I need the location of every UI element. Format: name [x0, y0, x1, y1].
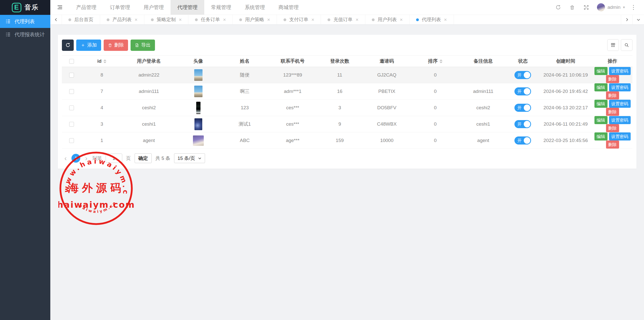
col-label: 操作 — [608, 58, 617, 64]
chevron-down-icon — [636, 18, 640, 22]
sidebar-item-agent-list[interactable]: 代理列表 — [0, 15, 50, 28]
row-delete-button[interactable]: 删除 — [606, 124, 619, 132]
page-number-button[interactable]: 1 — [71, 154, 80, 163]
edit-button[interactable]: 编辑 — [594, 100, 608, 108]
status-label: 开 — [517, 121, 521, 127]
refresh-table-button[interactable] — [62, 40, 74, 51]
edit-button[interactable]: 编辑 — [594, 83, 608, 91]
user-menu[interactable]: admin ▾ — [597, 3, 625, 11]
refresh-button[interactable] — [551, 0, 565, 15]
brand-logo[interactable]: E 音乐 — [0, 0, 50, 15]
delete-button[interactable]: 删除 — [104, 40, 128, 51]
tab-product-list[interactable]: 产品列表 × — [100, 15, 144, 24]
tab-strategy-custom[interactable]: 策略定制 × — [144, 15, 189, 24]
row-delete-button[interactable]: 删除 — [606, 108, 619, 116]
more-menu-button[interactable]: ⋮ — [628, 4, 638, 11]
row-delete-button[interactable]: 删除 — [606, 75, 619, 83]
status-toggle[interactable]: 开 — [514, 71, 531, 79]
table-row: 1 agent ABC age*** 159 10000 0 agent 开 2… — [62, 132, 632, 149]
col-created: 创建时间 — [539, 56, 592, 67]
edit-button[interactable]: 编辑 — [594, 132, 608, 140]
avatar — [597, 3, 605, 11]
set-password-button[interactable]: 设置密码 — [609, 116, 631, 124]
tab-recharge-orders[interactable]: 充值订单 × — [321, 15, 365, 24]
avatar-image[interactable] — [193, 135, 204, 146]
trash-button[interactable] — [565, 0, 579, 15]
avatar-image[interactable] — [194, 69, 203, 81]
close-icon[interactable]: × — [135, 17, 138, 22]
nav-product-management[interactable]: 产品管理 — [69, 0, 103, 15]
goto-confirm-button[interactable]: 确定 — [135, 153, 152, 163]
col-id[interactable]: id — [81, 56, 122, 67]
avatar-image[interactable] — [196, 102, 200, 114]
cell-remark: ceshi2 — [460, 100, 507, 116]
tab-dot — [284, 18, 286, 21]
nav-general-management[interactable]: 常规管理 — [204, 0, 238, 15]
row-checkbox[interactable] — [69, 105, 74, 110]
row-delete-button[interactable]: 删除 — [606, 140, 619, 149]
edit-button[interactable]: 编辑 — [594, 116, 608, 124]
tab-home[interactable]: 后台首页 — [62, 15, 100, 24]
close-icon[interactable]: × — [400, 17, 403, 22]
page-size-select[interactable]: 15 条/页 — [174, 153, 205, 163]
close-icon[interactable]: × — [355, 17, 358, 22]
tabs-dropdown-button[interactable] — [632, 15, 644, 24]
main-area: 后台首页 产品列表 × 策略定制 × 任务订单 × 用户策略 × — [50, 15, 644, 320]
set-password-button[interactable]: 设置密码 — [609, 83, 631, 91]
status-toggle[interactable]: 开 — [514, 120, 531, 128]
cell-remark: admin111 — [460, 83, 507, 100]
cell-created: 2024-06-13 20:22:17 — [539, 100, 592, 116]
status-toggle[interactable]: 开 — [514, 136, 531, 145]
tab-agent-list[interactable]: 代理列表 × — [410, 15, 454, 24]
sidebar-toggle-button[interactable] — [50, 0, 69, 15]
table-toolbar: ＋添加 删除 导出 — [62, 39, 632, 51]
fullscreen-button[interactable] — [579, 0, 593, 15]
avatar-image[interactable] — [194, 118, 202, 130]
search-button[interactable] — [621, 39, 632, 51]
nav-mall-management[interactable]: 商城管理 — [272, 0, 305, 15]
set-password-button[interactable]: 设置密码 — [609, 132, 631, 140]
row-delete-button[interactable]: 删除 — [606, 91, 619, 99]
table-header-row: id 用户登录名 头像 姓名 联系手机号 登录次数 邀请码 排序 备注信息 状态… — [62, 56, 632, 67]
prev-page-button[interactable]: ‹ — [63, 155, 68, 162]
close-icon[interactable]: × — [267, 17, 270, 22]
edit-button[interactable]: 编辑 — [594, 67, 608, 75]
status-toggle[interactable]: 开 — [514, 87, 531, 95]
avatar-image[interactable] — [194, 86, 203, 97]
row-checkbox[interactable] — [69, 122, 74, 127]
tabs-scroll-left-button[interactable] — [50, 15, 62, 24]
nav-order-management[interactable]: 订单管理 — [103, 0, 137, 15]
select-all-checkbox[interactable] — [69, 59, 74, 64]
close-icon[interactable]: × — [311, 17, 314, 22]
export-button[interactable]: 导出 — [131, 40, 155, 51]
tab-user-strategy[interactable]: 用户策略 × — [233, 15, 277, 24]
nav-agent-management[interactable]: 代理管理 — [171, 0, 204, 15]
nav-system-management[interactable]: 系统管理 — [238, 0, 272, 15]
status-toggle[interactable]: 开 — [514, 104, 531, 112]
row-checkbox[interactable] — [69, 138, 74, 143]
sidebar-item-agent-report[interactable]: 代理报表统计 — [0, 28, 50, 41]
row-checkbox[interactable] — [69, 73, 74, 78]
close-icon[interactable]: × — [444, 17, 447, 22]
row-checkbox[interactable] — [69, 89, 74, 94]
toggle-columns-button[interactable] — [607, 39, 619, 51]
set-password-button[interactable]: 设置密码 — [609, 67, 631, 75]
trash-icon — [570, 5, 575, 10]
close-icon[interactable]: × — [179, 17, 182, 22]
close-icon[interactable]: × — [223, 17, 226, 22]
trash-icon — [108, 43, 112, 47]
tab-task-orders[interactable]: 任务订单 × — [188, 15, 233, 24]
set-password-button[interactable]: 设置密码 — [609, 100, 631, 108]
next-page-button[interactable]: › — [84, 155, 88, 162]
tabs-scroll-right-button[interactable] — [621, 15, 632, 24]
tab-pay-orders[interactable]: 支付订单 × — [277, 15, 321, 24]
add-button[interactable]: ＋添加 — [76, 40, 101, 51]
cell-created: 2024-06-20 19:45:42 — [539, 83, 592, 100]
tab-user-list[interactable]: 用户列表 × — [365, 15, 410, 24]
goto-page-input[interactable] — [106, 154, 122, 163]
col-sort[interactable]: 排序 — [411, 56, 460, 67]
nav-user-management[interactable]: 用户管理 — [137, 0, 171, 15]
cell-logins: 9 — [317, 116, 363, 132]
tab-dot — [239, 18, 242, 21]
col-name: 姓名 — [221, 56, 268, 67]
